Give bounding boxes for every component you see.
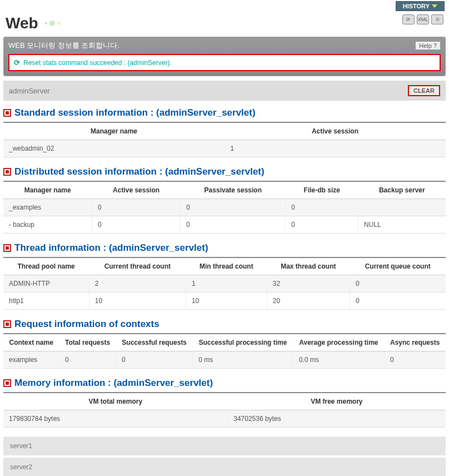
export-icon[interactable]: ⎘	[431, 14, 443, 24]
cell: 0.0 ms	[293, 351, 384, 369]
cell: 1	[186, 275, 267, 292]
server-bar: adminServer CLEAR	[3, 81, 446, 101]
cell: 0 ms	[193, 351, 293, 369]
col-header: Current queue count	[350, 257, 446, 275]
section-title-distributed-session: Distributed session information : (admin…	[14, 166, 265, 177]
table-row: _webadmin_02 1	[3, 140, 446, 157]
cell: 0	[181, 199, 286, 216]
question-icon: ?	[433, 42, 437, 49]
cell: 0	[384, 351, 446, 369]
export-xml-icon[interactable]: XML	[417, 14, 429, 24]
cell	[358, 199, 446, 216]
table-row: ADMIN-HTTP 2 1 32 0	[3, 275, 446, 292]
cell: _examples	[3, 199, 92, 216]
cell: examples	[3, 351, 59, 369]
section-title-request-info: Request information of contexts	[14, 319, 159, 330]
table-row: - backup 0 0 0 NULL	[3, 216, 446, 234]
col-header: Context name	[3, 334, 59, 351]
cell: 2	[89, 275, 186, 292]
col-header: Successful requests	[116, 334, 193, 351]
section-icon	[3, 320, 11, 328]
thread-info-table: Thread pool name Current thread count Mi…	[3, 257, 446, 310]
col-header: Thread pool name	[3, 257, 89, 275]
cell: 10	[89, 292, 186, 310]
page-title: Web	[6, 14, 38, 32]
history-button[interactable]: HISTORY	[396, 1, 445, 11]
standard-session-table: Manager name Active session _webadmin_02…	[3, 122, 446, 157]
cell: _webadmin_02	[3, 140, 225, 157]
server-name: adminServer	[9, 87, 50, 95]
table-row: _examples 0 0 0	[3, 199, 446, 216]
section-icon	[3, 168, 11, 176]
col-header: Current thread count	[89, 257, 186, 275]
decorative-dots	[45, 21, 61, 26]
section-title-standard-session: Standard session information : (adminSer…	[14, 107, 256, 118]
cell: NULL	[358, 216, 446, 234]
memory-info-table: VM total memory VM free memory 179830784…	[3, 392, 446, 428]
col-header: Total requests	[59, 334, 116, 351]
cell: http1	[3, 292, 89, 310]
section-title-thread-info: Thread information : (adminServer_servle…	[14, 242, 208, 254]
status-message: Reset stats command succeeded : (adminSe…	[23, 59, 172, 67]
section-title-memory-info: Memory information : (adminServer_servle…	[14, 378, 213, 389]
refresh-status-icon: ⟳	[14, 58, 20, 67]
cell: 10	[186, 292, 267, 310]
col-header: Async requests	[384, 334, 446, 351]
cell: 0	[286, 199, 358, 216]
refresh-icon[interactable]: ⟳	[402, 14, 415, 24]
col-header: Manager name	[3, 122, 225, 140]
table-row: http1 10 10 20 0	[3, 292, 446, 310]
section-icon	[3, 379, 11, 387]
info-banner: WEB 모니터링 정보를 조회합니다. Help ? ⟳ Reset stats…	[3, 37, 446, 76]
col-header: VM total memory	[3, 393, 228, 410]
cell: 0	[350, 292, 446, 310]
col-header: Active session	[225, 122, 446, 140]
col-header: Active session	[92, 181, 180, 199]
server-item[interactable]: server1	[3, 437, 446, 455]
history-label: HISTORY	[403, 3, 430, 9]
col-header: Min thread count	[186, 257, 267, 275]
cell: 0	[181, 216, 286, 234]
cell: 20	[267, 292, 350, 310]
distributed-session-table: Manager name Active session Passivate se…	[3, 181, 446, 234]
cell: 0	[92, 216, 180, 234]
section-icon	[3, 109, 11, 117]
chevron-down-icon	[432, 4, 437, 8]
col-header: VM free memory	[228, 393, 446, 410]
cell: 32	[267, 275, 350, 292]
col-header: Backup server	[358, 181, 446, 199]
col-header: Successful processing time	[193, 334, 293, 351]
col-header: Manager name	[3, 181, 92, 199]
help-label: Help	[419, 42, 432, 49]
cell: 34702536 bytes	[228, 410, 446, 428]
cell: 0	[350, 275, 446, 292]
server-item[interactable]: server2	[3, 458, 446, 476]
cell: ADMIN-HTTP	[3, 275, 89, 292]
cell: 0	[59, 351, 116, 369]
col-header: Passivate session	[181, 181, 286, 199]
cell: 0	[92, 199, 180, 216]
cell: - backup	[3, 216, 92, 234]
help-button[interactable]: Help ?	[415, 41, 441, 50]
table-row: 179830784 bytes 34702536 bytes	[3, 410, 446, 428]
cell: 1	[225, 140, 446, 157]
cell: 0	[286, 216, 358, 234]
section-icon	[3, 244, 11, 252]
col-header: Average processing time	[293, 334, 384, 351]
clear-button[interactable]: CLEAR	[408, 85, 440, 96]
table-row: examples 0 0 0 ms 0.0 ms 0	[3, 351, 446, 369]
col-header: File-db size	[286, 181, 358, 199]
request-info-table: Context name Total requests Successful r…	[3, 333, 446, 369]
cell: 179830784 bytes	[3, 410, 228, 428]
col-header: Max thread count	[267, 257, 350, 275]
banner-title: WEB 모니터링 정보를 조회합니다.	[8, 41, 119, 51]
status-message-box: ⟳ Reset stats command succeeded : (admin…	[8, 54, 441, 71]
cell: 0	[116, 351, 193, 369]
